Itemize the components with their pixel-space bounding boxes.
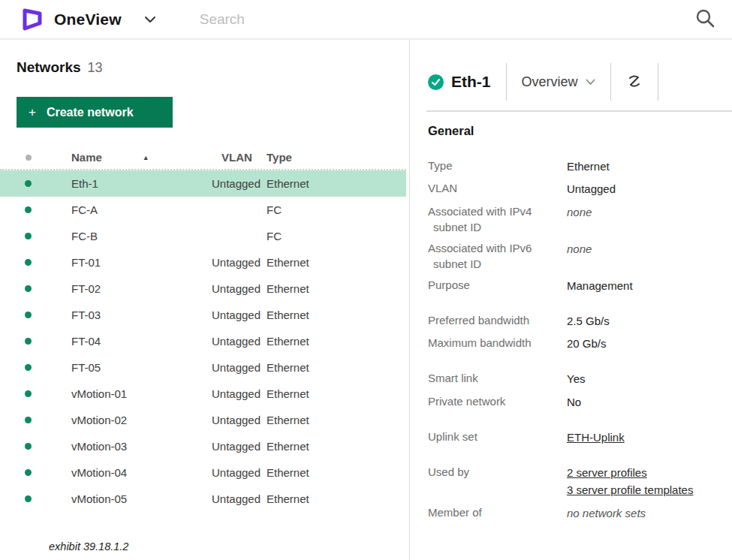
sort-ascending-icon: ▲ [143,154,149,161]
create-network-button[interactable]: + Create network [17,97,173,128]
field-group: Smart linkYesPrivate networkNo [428,370,732,411]
field-value: 2.5 Gb/s [567,312,610,330]
field-value: no network sets [567,504,646,522]
divider [658,63,658,101]
field-value-text: none [567,203,592,221]
network-name-cell: vMotion-01 [56,387,197,400]
table-row[interactable]: vMotion-05 Untagged Ethernet [0,486,406,512]
status-ok-dot-icon [25,364,32,371]
field-value: none [567,203,592,235]
status-ok-icon [428,74,444,90]
table-row[interactable]: vMotion-04 Untagged Ethernet [0,459,406,486]
divider [506,63,507,101]
activity-flyout-button[interactable] [626,74,643,91]
section-divider [426,110,732,112]
section-title: General [428,124,732,138]
view-selector-dropdown[interactable]: Overview [522,74,595,90]
field-label: Smart link [428,370,567,387]
field-label: Used by [428,464,567,499]
network-name-cell: vMotion-02 [56,414,197,426]
field-row: Associated with IPv4subnet IDnone [428,203,732,235]
network-name-cell: FT-04 [56,335,197,348]
table-row[interactable]: FT-04 Untagged Ethernet [0,328,406,354]
type-cell: Ethernet [267,309,406,321]
status-ok-dot-icon [25,443,32,450]
field-row: Uplink setETH-Uplink [428,429,732,446]
type-cell: Ethernet [267,414,406,426]
column-header-vlan[interactable]: VLAN [197,151,267,164]
field-value-text: Yes [567,370,585,387]
field-value-link[interactable]: 3 server profile templates [567,481,693,498]
field-label: Associated with IPv4subnet ID [428,203,567,235]
table-row[interactable]: vMotion-02 Untagged Ethernet [0,407,406,433]
field-label: Private network [428,393,567,411]
table-row[interactable]: FT-03 Untagged Ethernet [0,302,406,328]
table-row[interactable]: FT-02 Untagged Ethernet [0,275,406,302]
network-name-cell: vMotion-04 [56,466,197,479]
search-input[interactable] [200,11,620,28]
plus-icon: + [29,105,36,120]
field-group: Used by2 server profiles3 server profile… [428,464,732,522]
field-value-link[interactable]: ETH-Uplink [567,429,625,446]
status-ok-dot-icon [25,259,32,266]
field-label: Preferred bandwidth [428,312,567,330]
app-menu-chevron-down-icon[interactable] [144,13,156,26]
vlan-cell: Untagged [197,335,267,348]
table-row[interactable]: vMotion-03 Untagged Ethernet [0,433,406,459]
network-name-cell: FT-05 [56,361,197,374]
oneview-logo-icon [20,7,45,32]
search-icon [694,20,715,31]
field-value-text: Ethernet [567,158,610,175]
type-cell: Ethernet [267,361,406,374]
field-row: Member ofno network sets [428,504,732,522]
type-cell: Ethernet [267,440,406,453]
vlan-cell: Untagged [197,440,267,453]
network-name-cell: FT-01 [56,256,197,269]
table-row[interactable]: FC-B FC [0,223,406,249]
field-row: Smart linkYes [428,370,732,387]
status-ok-dot-icon [25,206,32,213]
main-content: Networks 13 + Create network Name ▲ VLAN… [0,40,732,560]
vlan-cell: Untagged [197,309,267,321]
column-header-name[interactable]: Name [71,151,102,164]
network-name-cell: vMotion-05 [56,492,197,505]
type-cell: Ethernet [267,466,406,479]
network-name-cell: FC-A [56,203,197,216]
field-label: Associated with IPv6subnet ID [428,240,567,272]
type-cell: FC [267,203,406,216]
column-header-type[interactable]: Type [267,151,406,164]
vlan-cell: Untagged [197,466,267,479]
table-row[interactable]: vMotion-01 Untagged Ethernet [0,381,406,407]
status-ok-dot-icon [25,417,32,423]
network-name-cell: vMotion-03 [56,440,197,453]
field-value-text: 2.5 Gb/s [567,312,610,330]
networks-list-panel: Networks 13 + Create network Name ▲ VLAN… [0,40,410,560]
vlan-cell: Untagged [197,361,267,374]
field-group: Uplink setETH-Uplink [428,429,732,446]
field-label: Type [428,158,567,175]
vlan-cell: Untagged [197,414,267,426]
table-body: Eth-1 Untagged Ethernet FC-A FC FC-B FC … [0,170,406,512]
field-value-text: No [567,393,581,411]
network-name-cell: FC-B [56,230,197,242]
field-value: Untagged [567,180,616,197]
field-value-text: 20 Gb/s [567,335,607,352]
app-title: OneView [54,11,122,29]
network-name-cell: Eth-1 [56,177,197,190]
vlan-cell: Untagged [197,256,267,269]
field-group: Preferred bandwidth2.5 Gb/sMaximum bandw… [428,312,732,353]
vlan-cell: Untagged [197,177,267,190]
top-bar: OneView [0,0,732,40]
table-row[interactable]: FT-01 Untagged Ethernet [0,249,406,275]
table-row[interactable]: FC-A FC [0,197,406,223]
field-value-link[interactable]: 2 server profiles [567,464,693,481]
page-title: Networks [17,59,81,76]
type-cell: FC [267,230,406,242]
search-button[interactable] [693,6,717,32]
field-label: Member of [428,504,567,522]
table-row[interactable]: Eth-1 Untagged Ethernet [0,170,406,197]
table-row[interactable]: FT-05 Untagged Ethernet [0,354,406,381]
resource-name: Eth-1 [451,73,491,91]
status-column-icon [26,155,32,161]
status-ok-dot-icon [25,390,32,397]
